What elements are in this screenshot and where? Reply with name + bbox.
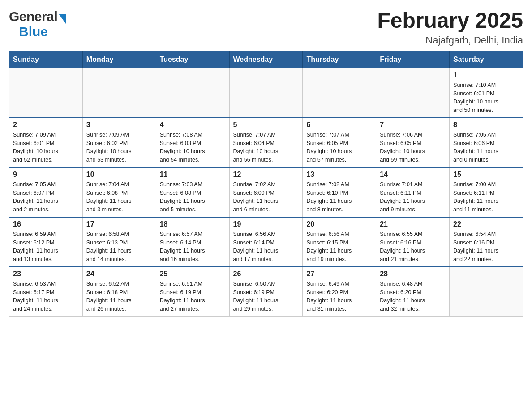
day-info: Sunrise: 6:54 AMSunset: 6:16 PMDaylight:…	[453, 230, 519, 264]
calendar-cell: 19Sunrise: 6:56 AMSunset: 6:14 PMDayligh…	[229, 217, 303, 267]
day-number: 25	[160, 270, 226, 278]
day-number: 6	[306, 121, 372, 129]
weekday-header-sunday: Sunday	[9, 51, 83, 68]
day-info: Sunrise: 7:10 AMSunset: 6:01 PMDaylight:…	[453, 81, 519, 115]
day-info: Sunrise: 7:02 AMSunset: 6:10 PMDaylight:…	[306, 180, 372, 214]
day-info: Sunrise: 7:02 AMSunset: 6:09 PMDaylight:…	[233, 180, 299, 214]
calendar-cell: 4Sunrise: 7:08 AMSunset: 6:03 PMDaylight…	[156, 118, 229, 167]
day-number: 21	[380, 220, 446, 228]
weekday-header-monday: Monday	[82, 51, 156, 68]
day-info: Sunrise: 7:01 AMSunset: 6:11 PMDaylight:…	[380, 180, 446, 214]
day-number: 23	[13, 270, 79, 278]
day-number: 3	[86, 121, 152, 129]
day-info: Sunrise: 7:09 AMSunset: 6:02 PMDaylight:…	[86, 131, 152, 164]
day-info: Sunrise: 7:03 AMSunset: 6:08 PMDaylight:…	[160, 180, 226, 214]
weekday-header-thursday: Thursday	[303, 51, 376, 68]
day-number: 18	[160, 220, 226, 228]
calendar-cell: 20Sunrise: 6:56 AMSunset: 6:15 PMDayligh…	[303, 217, 376, 267]
day-number: 27	[306, 270, 372, 278]
logo-triangle-icon	[59, 14, 66, 24]
location-text: Najafgarh, Delhi, India	[377, 34, 523, 46]
calendar-cell	[450, 267, 523, 317]
calendar-cell: 8Sunrise: 7:05 AMSunset: 6:06 PMDaylight…	[450, 118, 523, 167]
day-info: Sunrise: 7:06 AMSunset: 6:05 PMDaylight:…	[380, 131, 446, 164]
day-info: Sunrise: 6:52 AMSunset: 6:18 PMDaylight:…	[86, 280, 152, 313]
day-info: Sunrise: 6:55 AMSunset: 6:16 PMDaylight:…	[380, 230, 446, 264]
logo: General Blue	[9, 9, 66, 39]
day-info: Sunrise: 6:50 AMSunset: 6:19 PMDaylight:…	[233, 280, 299, 313]
day-info: Sunrise: 6:49 AMSunset: 6:20 PMDaylight:…	[306, 280, 372, 313]
calendar-cell: 25Sunrise: 6:51 AMSunset: 6:19 PMDayligh…	[156, 267, 229, 317]
day-info: Sunrise: 6:53 AMSunset: 6:17 PMDaylight:…	[13, 280, 79, 313]
calendar-cell	[376, 68, 450, 118]
day-number: 4	[160, 121, 226, 129]
calendar-cell: 10Sunrise: 7:04 AMSunset: 6:08 PMDayligh…	[82, 167, 156, 217]
day-info: Sunrise: 7:07 AMSunset: 6:05 PMDaylight:…	[306, 131, 372, 164]
day-info: Sunrise: 7:05 AMSunset: 6:07 PMDaylight:…	[13, 180, 79, 214]
calendar-cell: 15Sunrise: 7:00 AMSunset: 6:11 PMDayligh…	[450, 167, 523, 217]
day-info: Sunrise: 7:04 AMSunset: 6:08 PMDaylight:…	[86, 180, 152, 214]
calendar-cell: 11Sunrise: 7:03 AMSunset: 6:08 PMDayligh…	[156, 167, 229, 217]
calendar-cell: 2Sunrise: 7:09 AMSunset: 6:01 PMDaylight…	[9, 118, 83, 167]
day-info: Sunrise: 7:05 AMSunset: 6:06 PMDaylight:…	[453, 131, 519, 164]
calendar-table: SundayMondayTuesdayWednesdayThursdayFrid…	[9, 51, 523, 317]
day-info: Sunrise: 6:51 AMSunset: 6:19 PMDaylight:…	[160, 280, 226, 313]
day-number: 14	[380, 171, 446, 179]
weekday-header-saturday: Saturday	[450, 51, 523, 68]
day-number: 10	[86, 171, 152, 179]
calendar-cell: 5Sunrise: 7:07 AMSunset: 6:04 PMDaylight…	[229, 118, 303, 167]
calendar-cell: 18Sunrise: 6:57 AMSunset: 6:14 PMDayligh…	[156, 217, 229, 267]
day-number: 5	[233, 121, 299, 129]
day-info: Sunrise: 7:09 AMSunset: 6:01 PMDaylight:…	[13, 131, 79, 164]
day-number: 16	[13, 220, 79, 228]
calendar-cell: 27Sunrise: 6:49 AMSunset: 6:20 PMDayligh…	[303, 267, 376, 317]
calendar-cell	[82, 68, 156, 118]
day-info: Sunrise: 6:59 AMSunset: 6:12 PMDaylight:…	[13, 230, 79, 264]
calendar-cell: 14Sunrise: 7:01 AMSunset: 6:11 PMDayligh…	[376, 167, 450, 217]
calendar-cell: 16Sunrise: 6:59 AMSunset: 6:12 PMDayligh…	[9, 217, 83, 267]
calendar-cell: 28Sunrise: 6:48 AMSunset: 6:20 PMDayligh…	[376, 267, 450, 317]
month-title: February 2025	[377, 9, 523, 33]
week-row-1: 1Sunrise: 7:10 AMSunset: 6:01 PMDaylight…	[9, 68, 523, 118]
day-number: 13	[306, 171, 372, 179]
calendar-cell: 23Sunrise: 6:53 AMSunset: 6:17 PMDayligh…	[9, 267, 83, 317]
calendar-cell	[9, 68, 83, 118]
day-number: 26	[233, 270, 299, 278]
week-row-4: 16Sunrise: 6:59 AMSunset: 6:12 PMDayligh…	[9, 217, 523, 267]
day-number: 1	[453, 71, 519, 79]
title-section: February 2025 Najafgarh, Delhi, India	[377, 9, 523, 46]
calendar-cell	[156, 68, 229, 118]
day-number: 8	[453, 121, 519, 129]
calendar-cell: 6Sunrise: 7:07 AMSunset: 6:05 PMDaylight…	[303, 118, 376, 167]
day-number: 20	[306, 220, 372, 228]
week-row-3: 9Sunrise: 7:05 AMSunset: 6:07 PMDaylight…	[9, 167, 523, 217]
logo-blue-text: Blue	[19, 24, 48, 39]
calendar-cell: 13Sunrise: 7:02 AMSunset: 6:10 PMDayligh…	[303, 167, 376, 217]
calendar-cell: 17Sunrise: 6:58 AMSunset: 6:13 PMDayligh…	[82, 217, 156, 267]
calendar-cell: 9Sunrise: 7:05 AMSunset: 6:07 PMDaylight…	[9, 167, 83, 217]
day-number: 9	[13, 171, 79, 179]
calendar-cell: 26Sunrise: 6:50 AMSunset: 6:19 PMDayligh…	[229, 267, 303, 317]
day-info: Sunrise: 6:58 AMSunset: 6:13 PMDaylight:…	[86, 230, 152, 264]
page-header: General Blue February 2025 Najafgarh, De…	[9, 9, 523, 46]
day-info: Sunrise: 7:00 AMSunset: 6:11 PMDaylight:…	[453, 180, 519, 214]
calendar-cell: 3Sunrise: 7:09 AMSunset: 6:02 PMDaylight…	[82, 118, 156, 167]
week-row-2: 2Sunrise: 7:09 AMSunset: 6:01 PMDaylight…	[9, 118, 523, 167]
day-info: Sunrise: 6:56 AMSunset: 6:14 PMDaylight:…	[233, 230, 299, 264]
calendar-cell: 21Sunrise: 6:55 AMSunset: 6:16 PMDayligh…	[376, 217, 450, 267]
calendar-cell: 22Sunrise: 6:54 AMSunset: 6:16 PMDayligh…	[450, 217, 523, 267]
day-info: Sunrise: 7:07 AMSunset: 6:04 PMDaylight:…	[233, 131, 299, 164]
calendar-cell: 12Sunrise: 7:02 AMSunset: 6:09 PMDayligh…	[229, 167, 303, 217]
day-info: Sunrise: 6:48 AMSunset: 6:20 PMDaylight:…	[380, 280, 446, 313]
day-number: 15	[453, 171, 519, 179]
day-info: Sunrise: 6:56 AMSunset: 6:15 PMDaylight:…	[306, 230, 372, 264]
logo-general-text: General	[9, 9, 57, 24]
day-info: Sunrise: 6:57 AMSunset: 6:14 PMDaylight:…	[160, 230, 226, 264]
day-info: Sunrise: 7:08 AMSunset: 6:03 PMDaylight:…	[160, 131, 226, 164]
day-number: 11	[160, 171, 226, 179]
week-row-5: 23Sunrise: 6:53 AMSunset: 6:17 PMDayligh…	[9, 267, 523, 317]
calendar-cell	[303, 68, 376, 118]
weekday-header-friday: Friday	[376, 51, 450, 68]
day-number: 24	[86, 270, 152, 278]
day-number: 2	[13, 121, 79, 129]
